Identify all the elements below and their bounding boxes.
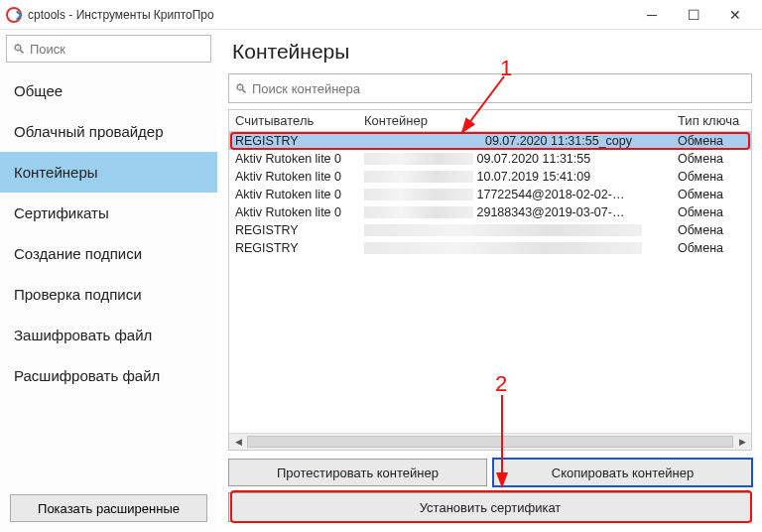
annotation-arrows <box>0 0 762 532</box>
annotation-rect-2 <box>230 490 752 523</box>
svg-line-0 <box>462 76 504 132</box>
